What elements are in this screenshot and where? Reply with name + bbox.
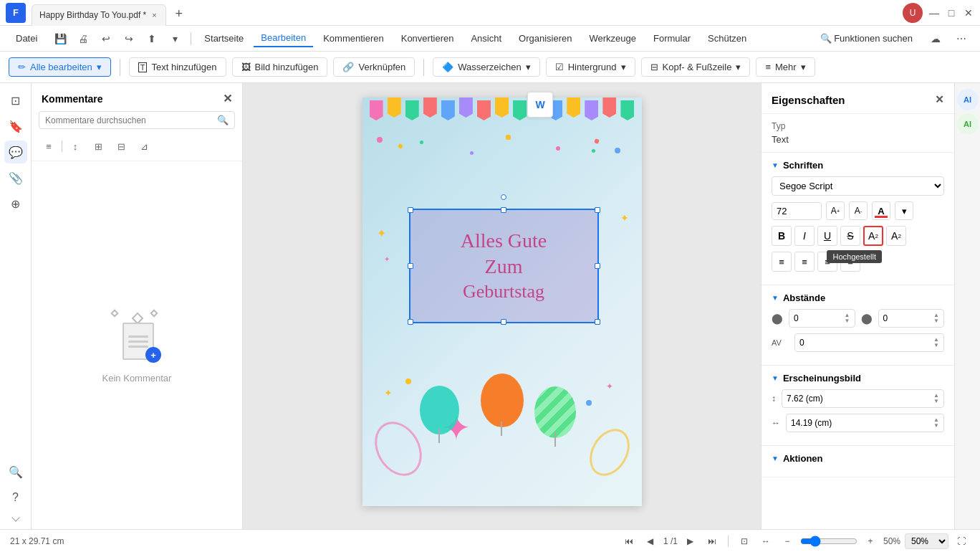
menu-funktionen-suchen[interactable]: 🔍 Funktionen suchen	[813, 30, 920, 47]
spacing-right-input[interactable]: 0 ▲ ▼	[878, 309, 945, 328]
font-section-title[interactable]: ▼ Schriften	[772, 160, 944, 171]
tab-active[interactable]: Happy Birthday To You.pdf * ×	[32, 4, 166, 26]
spacing-av-input[interactable]: 0 ▲ ▼	[794, 333, 944, 352]
upload-icon[interactable]: ⬆	[142, 29, 162, 49]
print-icon[interactable]: 🖨	[73, 29, 93, 49]
subscript-button[interactable]: A2	[886, 226, 906, 246]
alle-bearbeiten-button[interactable]: ✏ Alle bearbeiten ▾	[9, 57, 111, 77]
filter-columns-icon[interactable]: ⊞	[88, 138, 108, 155]
mehr-button[interactable]: ≡ Mehr ▾	[756, 57, 815, 77]
menu-organisieren[interactable]: Organisieren	[511, 30, 579, 47]
sidebar-collapse-icon[interactable]	[11, 513, 19, 521]
zoom-slider[interactable]	[800, 536, 858, 547]
underline-button[interactable]: U	[817, 226, 837, 246]
font-color-button[interactable]: A	[872, 201, 890, 220]
fit-width-button[interactable]: ↔	[757, 533, 774, 550]
italic-button[interactable]: I	[794, 226, 815, 246]
fit-page-button[interactable]: ⊡	[736, 533, 753, 550]
tab-close-button[interactable]: ×	[152, 11, 156, 19]
sidebar-pages-icon[interactable]: ⊡	[4, 89, 27, 112]
width-down[interactable]: ▼	[933, 423, 939, 429]
height-input[interactable]: 7.62 (cm) ▲ ▼	[782, 389, 944, 408]
birthday-text-content[interactable]: Alles Gute Zum Geburtstag	[409, 209, 599, 323]
menu-formular[interactable]: Formular	[646, 30, 698, 47]
spacing-left-down[interactable]: ▼	[845, 318, 850, 324]
font-size-increase-button[interactable]: A+	[826, 201, 845, 220]
nav-next-button[interactable]: ▶	[682, 533, 699, 550]
comments-search-input[interactable]	[45, 115, 213, 125]
menu-konvertieren[interactable]: Konvertieren	[394, 30, 461, 47]
pdf-area[interactable]: W	[243, 83, 761, 529]
strikethrough-button[interactable]: S	[840, 226, 860, 246]
menu-datei[interactable]: Datei	[9, 30, 44, 47]
wasserzeichen-dropdown[interactable]: ▾	[526, 62, 531, 72]
ai-icon-1[interactable]: AI	[957, 89, 979, 110]
verknuepfen-button[interactable]: 🔗 Verknüpfen	[333, 57, 415, 77]
quick-access-dropdown[interactable]: ▾	[165, 29, 185, 49]
user-avatar[interactable]: U	[903, 3, 923, 23]
zoom-in-button[interactable]: +	[862, 533, 879, 550]
window-minimize-button[interactable]: —	[928, 7, 940, 19]
spacing-left-spinner[interactable]: ▲ ▼	[845, 313, 850, 324]
wasserzeichen-button[interactable]: 🔷 Wasserzeichen ▾	[433, 57, 539, 77]
save-icon[interactable]: 💾	[50, 29, 70, 49]
spacing-left-input[interactable]: 0 ▲ ▼	[789, 309, 855, 328]
height-down[interactable]: ▼	[933, 399, 939, 404]
zoom-out-button[interactable]: −	[779, 533, 796, 550]
spacing-av-spinner[interactable]: ▲ ▼	[933, 337, 939, 348]
comments-panel-close-button[interactable]: ✕	[223, 92, 232, 105]
nav-prev-button[interactable]: ◀	[642, 533, 659, 550]
align-left-button[interactable]: ≡	[772, 252, 792, 272]
spacing-right-down[interactable]: ▼	[933, 318, 939, 324]
superscript-button[interactable]: A2 Hochgestellt	[863, 226, 883, 246]
rotate-handle[interactable]	[501, 194, 506, 200]
appearance-section-title[interactable]: ▼ Erscheinungsbild	[772, 373, 944, 384]
actions-section-title[interactable]: ▼ Aktionen	[772, 453, 944, 464]
alle-bearbeiten-dropdown[interactable]: ▾	[97, 62, 102, 72]
sidebar-bookmarks-icon[interactable]: 🔖	[4, 115, 27, 138]
menu-startseite[interactable]: Startseite	[197, 30, 251, 47]
fullscreen-button[interactable]: ⛶	[953, 533, 970, 550]
bild-hinzufuegen-button[interactable]: 🖼 Bild hinzufügen	[232, 57, 328, 77]
font-size-decrease-button[interactable]: A-	[849, 201, 868, 220]
width-input[interactable]: 14.19 (cm) ▲ ▼	[786, 414, 944, 432]
cloud-icon[interactable]: ☁	[926, 29, 946, 49]
spacing-right-spinner[interactable]: ▲ ▼	[933, 313, 939, 324]
filter-options-icon[interactable]: ⊿	[134, 138, 154, 155]
comments-search-icon[interactable]: 🔍	[217, 115, 229, 125]
menu-more-icon[interactable]: ⋯	[951, 29, 971, 49]
spacing-section-title[interactable]: ▼ Abstände	[772, 292, 944, 303]
height-spinner[interactable]: ▲ ▼	[933, 393, 939, 404]
sidebar-help-icon[interactable]: ?	[4, 486, 27, 509]
menu-schuetzen[interactable]: Schützen	[701, 30, 754, 47]
mehr-dropdown[interactable]: ▾	[801, 62, 806, 72]
filter-list-icon[interactable]: ≡	[39, 138, 59, 155]
redo-icon[interactable]: ↪	[119, 29, 139, 49]
sidebar-layers-icon[interactable]: ⊕	[4, 192, 27, 215]
zoom-select[interactable]: 50% 75% 100%	[905, 533, 948, 549]
font-color-dropdown[interactable]: ▾	[895, 201, 913, 220]
bold-button[interactable]: B	[772, 226, 792, 246]
menu-kommentieren[interactable]: Kommentieren	[316, 30, 391, 47]
new-tab-button[interactable]: +	[169, 4, 189, 24]
menu-werkzeuge[interactable]: Werkzeuge	[582, 30, 644, 47]
window-close-button[interactable]: ✕	[963, 7, 974, 19]
window-maximize-button[interactable]: □	[946, 7, 957, 19]
width-spinner[interactable]: ▲ ▼	[933, 417, 939, 429]
filter-rows-icon[interactable]: ⊟	[111, 138, 131, 155]
text-hinzufuegen-button[interactable]: T Text hinzufügen	[129, 57, 226, 77]
align-center-button[interactable]: ≡	[794, 252, 815, 272]
hintergrund-button[interactable]: ☑ Hintergrund ▾	[546, 57, 635, 77]
sidebar-attachments-icon[interactable]: 📎	[4, 166, 27, 189]
menu-bearbeiten[interactable]: Bearbeiten	[254, 29, 313, 47]
kopf-fusszeile-dropdown[interactable]: ▾	[736, 62, 741, 72]
sidebar-search-icon[interactable]: 🔍	[4, 460, 27, 483]
kopf-fusszeile-button[interactable]: ⊟ Kopf- & Fußzeile ▾	[641, 57, 751, 77]
undo-icon[interactable]: ↩	[96, 29, 116, 49]
font-name-select[interactable]: Segoe Script	[772, 176, 944, 196]
sidebar-comments-icon[interactable]: 💬	[4, 141, 27, 163]
nav-last-button[interactable]: ⏭	[703, 533, 721, 550]
spacing-av-down[interactable]: ▼	[933, 343, 939, 348]
nav-first-button[interactable]: ⏮	[620, 533, 638, 550]
pdf-top-button[interactable]: W	[527, 92, 553, 118]
